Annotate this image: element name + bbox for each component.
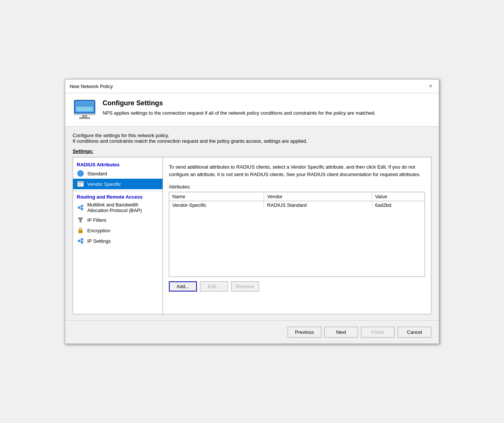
title-bar: New Network Policy × [65, 79, 439, 93]
finish-button[interactable]: Finish [361, 327, 395, 338]
header-text-block: Configure Settings NPS applies settings … [103, 99, 376, 116]
left-nav-panel: RADIUS Attributes Standard [73, 157, 163, 314]
ip-settings-icon [77, 237, 84, 245]
body-section: Configure the settings for this network … [65, 127, 439, 320]
sidebar-item-multilink[interactable]: Multilink and Bandwidth Allocation Proto… [73, 200, 163, 215]
multilink-label: Multilink and Bandwidth Allocation Proto… [87, 202, 159, 213]
sidebar-item-ip-settings[interactable]: IP Settings [73, 236, 163, 246]
sidebar-item-vendor-specific[interactable]: Vendor Specific [73, 179, 163, 189]
routing-header: Routing and Remote Access [73, 193, 163, 200]
row-vendor: RADIUS Standard [264, 201, 372, 209]
svg-point-26 [81, 241, 83, 244]
multilink-icon [77, 204, 84, 211]
svg-point-25 [81, 238, 83, 241]
globe-icon [77, 170, 84, 177]
encryption-label: Encryption [87, 228, 110, 233]
dialog-window: New Network Policy × Configure Settings … [65, 79, 439, 344]
svg-rect-13 [78, 182, 83, 183]
table-row[interactable]: Vendor-Specific RADIUS Standard 6ad2bd [169, 201, 425, 209]
col-vendor-header: Vendor [264, 192, 372, 201]
vendor-specific-label: Vendor Specific [87, 181, 121, 187]
right-content-panel: To send additional attributes to RADIUS … [163, 157, 431, 314]
svg-point-18 [81, 208, 83, 210]
col-name-header: Name [169, 192, 264, 201]
action-buttons: Add... Edit... Remove [169, 281, 425, 291]
right-description: To send additional attributes to RADIUS … [169, 163, 425, 178]
svg-marker-21 [78, 218, 83, 222]
monitor-illustration [73, 99, 97, 120]
svg-rect-15 [78, 185, 81, 185]
svg-point-23 [80, 231, 81, 232]
header-icon [73, 99, 97, 120]
attributes-table-wrapper: Name Vendor Value Vendor-Specific RADIUS… [169, 192, 425, 277]
col-value-header: Value [372, 192, 425, 201]
add-button[interactable]: Add... [169, 281, 197, 291]
table-spacer-row [169, 209, 425, 277]
header-title: Configure Settings [103, 99, 376, 107]
vendor-icon [77, 180, 84, 188]
standard-label: Standard [87, 171, 107, 176]
header-description: NPS applies settings to the connection r… [103, 110, 376, 116]
svg-point-24 [78, 240, 80, 242]
svg-rect-5 [79, 117, 90, 119]
attributes-table: Name Vendor Value Vendor-Specific RADIUS… [169, 192, 425, 277]
sidebar-item-encryption[interactable]: Encryption [73, 225, 163, 236]
footer-section: Previous Next Finish Cancel [65, 320, 439, 344]
svg-line-20 [80, 208, 81, 209]
svg-rect-14 [78, 184, 82, 184]
row-name: Vendor-Specific [169, 201, 264, 209]
previous-button[interactable]: Previous [288, 327, 321, 338]
sidebar-item-ip-filters[interactable]: IP Filters [73, 215, 163, 225]
attributes-label: Attributes: [169, 184, 425, 190]
divider [73, 191, 163, 191]
settings-panel: RADIUS Attributes Standard [73, 157, 431, 314]
svg-point-17 [81, 205, 83, 207]
sidebar-item-standard[interactable]: Standard [73, 168, 163, 179]
ip-filters-label: IP Filters [87, 217, 106, 223]
svg-point-16 [78, 206, 80, 209]
cancel-button[interactable]: Cancel [398, 327, 431, 338]
filter-icon [77, 216, 84, 224]
dialog-title: New Network Policy [70, 84, 113, 89]
remove-button[interactable]: Remove [231, 281, 259, 291]
next-button[interactable]: Next [324, 327, 358, 338]
svg-line-27 [80, 240, 81, 241]
settings-label: Settings: [73, 148, 431, 154]
close-button[interactable]: × [427, 82, 434, 90]
svg-rect-6 [74, 114, 95, 115]
edit-button[interactable]: Edit... [200, 281, 228, 291]
svg-line-19 [80, 206, 81, 207]
svg-line-28 [80, 241, 81, 242]
intro-text: Configure the settings for this network … [73, 133, 431, 144]
svg-rect-3 [76, 102, 93, 107]
row-value: 6ad2bd [372, 201, 425, 209]
lock-icon [77, 227, 84, 234]
header-section: Configure Settings NPS applies settings … [65, 93, 439, 127]
ip-settings-label: IP Settings [87, 238, 111, 244]
radius-attributes-header: RADIUS Attributes [73, 160, 163, 168]
